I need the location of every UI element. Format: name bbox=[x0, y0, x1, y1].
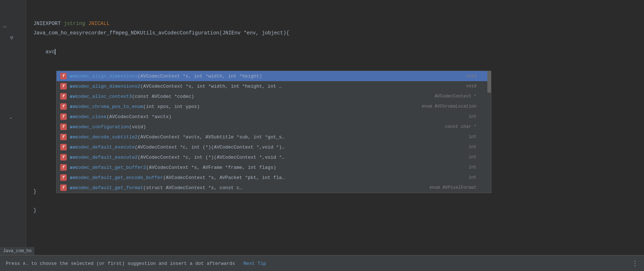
func-return-type: const char * bbox=[445, 124, 476, 129]
func-prefix: avc bbox=[70, 185, 78, 191]
code-token: jstring bbox=[64, 19, 85, 28]
func-return-type: AVCodecContext * bbox=[435, 94, 476, 99]
autocomplete-scrollbar-thumb[interactable] bbox=[487, 71, 491, 93]
func-params: (AVCodecContext *c, int (*)(AVCodecConte… bbox=[135, 145, 284, 150]
func-type-badge: f bbox=[60, 73, 67, 79]
code-line-3 bbox=[26, 38, 644, 47]
func-type-badge: f bbox=[60, 124, 67, 130]
func-name: odec_default_execute2 bbox=[78, 155, 137, 160]
bottom-label-text: Java_com_ho bbox=[3, 249, 32, 254]
func-params: (AVCodecContext *s, int *width, int *hei… bbox=[140, 84, 282, 89]
func-name: odec_align_dimensions2 bbox=[78, 84, 140, 89]
code-line-1: JNIEXPORT jstring JNICALL bbox=[26, 19, 644, 28]
func-type-badge: f bbox=[60, 113, 67, 120]
code-token: JNIEXPORT bbox=[33, 19, 64, 28]
code-line-7: } bbox=[26, 206, 644, 215]
autocomplete-item-5[interactable]: f avcodec_close(AVCodecContext *avctx) i… bbox=[57, 112, 491, 122]
autocomplete-item-4[interactable]: f avcodec_chroma_pos_to_enum(int xpos, i… bbox=[57, 101, 491, 112]
code-token: } bbox=[33, 187, 36, 196]
text-cursor bbox=[55, 49, 55, 55]
gutter-bookmark-icon: ▽ bbox=[10, 35, 13, 41]
func-prefix: avc bbox=[70, 155, 78, 160]
func-prefix: avc bbox=[70, 94, 78, 99]
func-prefix: avc bbox=[70, 104, 78, 109]
autocomplete-item-6[interactable]: f avcodec_configuration(void) const char… bbox=[57, 122, 491, 132]
func-type-badge: f bbox=[60, 134, 67, 140]
code-line-4: avc bbox=[26, 47, 644, 57]
func-prefix: avc bbox=[70, 134, 78, 140]
code-token: JNICALL bbox=[85, 19, 110, 28]
func-return-type: int bbox=[468, 134, 476, 139]
func-prefix: avc bbox=[70, 114, 78, 120]
autocomplete-item-8[interactable]: f avcodec_default_execute(AVCodecContext… bbox=[57, 142, 491, 152]
func-type-badge: f bbox=[60, 93, 67, 100]
func-params: (const AVCodec *codec) bbox=[132, 94, 194, 99]
autocomplete-dropdown[interactable]: f avcodec_align_dimensions(AVCodecContex… bbox=[56, 71, 491, 193]
func-params: (AVCodecContext *avctx) bbox=[106, 114, 171, 120]
editor-area: ⇦ ▽ − JNIEXPORT jstring JNICALL Java_com… bbox=[0, 0, 644, 271]
func-prefix: avc bbox=[70, 145, 78, 150]
func-type-badge: f bbox=[60, 154, 67, 160]
func-params: (AVCodecContext *s, AVFrame *frame, int … bbox=[146, 165, 276, 170]
next-tip-button[interactable]: Next Tip bbox=[243, 261, 266, 266]
autocomplete-item-12[interactable]: f avcodec_default_get_format(struct AVCo… bbox=[57, 183, 491, 193]
status-hint-text: Press ∧. to choose the selected (or firs… bbox=[6, 260, 626, 266]
func-prefix: avc bbox=[70, 175, 78, 180]
func-params: (AVCodecContext *s, AVPacket *pkt, int f… bbox=[163, 175, 284, 180]
status-bar: Press ∧. to choose the selected (or firs… bbox=[0, 255, 644, 271]
func-name: odec_configuration bbox=[78, 124, 129, 130]
status-menu-icon[interactable]: ⋮ bbox=[632, 259, 638, 267]
code-line-6 bbox=[26, 196, 644, 206]
func-params: (AVCodecContext *c, int (*)(AVCodecConte… bbox=[137, 155, 285, 160]
func-name: odec_close bbox=[78, 114, 106, 120]
func-params: (struct AVCodecContext *s, const c… bbox=[143, 185, 242, 191]
autocomplete-item-9[interactable]: f avcodec_default_execute2(AVCodecContex… bbox=[57, 152, 491, 162]
gutter-fold-icon: − bbox=[9, 116, 12, 121]
func-return-type: int bbox=[468, 155, 476, 160]
func-name: odec_default_get_buffer2 bbox=[78, 165, 146, 170]
bottom-label-strip: Java_com_ho bbox=[0, 247, 34, 255]
func-name: odec_decode_subtitle2 bbox=[78, 134, 137, 140]
func-params: (AVCodecContext *avctx, AVSubtitle *sub,… bbox=[137, 134, 285, 140]
func-return-type: int bbox=[468, 145, 476, 150]
func-return-type: int bbox=[468, 175, 476, 180]
func-type-badge: f bbox=[60, 103, 67, 110]
autocomplete-item-1[interactable]: f avcodec_align_dimensions(AVCodecContex… bbox=[57, 71, 491, 81]
func-return-type: void bbox=[466, 84, 476, 89]
func-type-badge: f bbox=[60, 144, 67, 150]
code-token: Java_com_ho_easyrecorder_ffmpeg_NDKUtils… bbox=[33, 28, 289, 38]
func-return-type: enum AVChromaLocation bbox=[422, 104, 476, 109]
autocomplete-item-7[interactable]: f avcodec_decode_subtitle2(AVCodecContex… bbox=[57, 132, 491, 142]
code-token: } bbox=[33, 206, 36, 215]
func-type-badge: f bbox=[60, 184, 67, 191]
func-params: (AVCodecContext *s, int *width, int *hei… bbox=[137, 74, 262, 79]
func-return-type: enum AVPixelFormat bbox=[429, 185, 476, 190]
func-prefix: avc bbox=[70, 74, 78, 79]
func-prefix: avc bbox=[70, 165, 78, 170]
hint-text-content: Press ∧. to choose the selected (or firs… bbox=[6, 261, 235, 266]
gutter: ⇦ ▽ − bbox=[0, 0, 26, 271]
autocomplete-item-11[interactable]: f avcodec_default_get_encode_buffer(AVCo… bbox=[57, 172, 491, 183]
func-prefix: avc bbox=[70, 84, 78, 89]
func-name: odec_chroma_pos_to_enum bbox=[78, 104, 143, 109]
func-type-badge: f bbox=[60, 83, 67, 89]
func-name: odec_alloc_context3 bbox=[78, 94, 132, 99]
func-name: odec_default_execute bbox=[78, 145, 135, 150]
gutter-arrow-icon: ⇦ bbox=[3, 22, 7, 30]
autocomplete-scrollbar-track[interactable] bbox=[487, 71, 491, 193]
func-type-badge: f bbox=[60, 174, 67, 181]
autocomplete-item-3[interactable]: f avcodec_alloc_context3(const AVCodec *… bbox=[57, 91, 491, 101]
func-prefix: avc bbox=[70, 124, 78, 130]
autocomplete-item-2[interactable]: f avcodec_align_dimensions2(AVCodecConte… bbox=[57, 81, 491, 91]
code-token: avc bbox=[33, 47, 55, 57]
func-name: odec_align_dimensions bbox=[78, 74, 137, 79]
code-line-2: Java_com_ho_easyrecorder_ffmpeg_NDKUtils… bbox=[26, 28, 644, 38]
func-name: odec_default_get_encode_buffer bbox=[78, 175, 163, 180]
func-type-badge: f bbox=[60, 164, 67, 171]
autocomplete-item-10[interactable]: f avcodec_default_get_buffer2(AVCodecCon… bbox=[57, 162, 491, 172]
func-return-type: int bbox=[468, 165, 476, 170]
func-name: odec_default_get_format bbox=[78, 185, 143, 191]
func-params: (void) bbox=[129, 124, 146, 130]
func-return-type: void bbox=[466, 74, 476, 79]
func-params: (int xpos, int ypos) bbox=[143, 104, 200, 109]
